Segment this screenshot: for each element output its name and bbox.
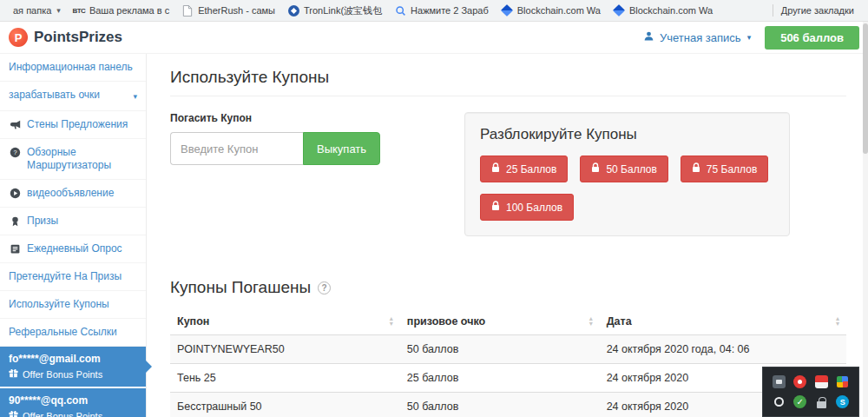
sidebar-item-offer-walls[interactable]: Стены Предложения: [0, 111, 146, 139]
cell-points: 50 баллов: [400, 335, 600, 364]
bookmark-item[interactable]: BTC Ваша реклама в с: [67, 3, 175, 18]
tray-color-grid-icon[interactable]: [836, 375, 849, 388]
redeem-section: Погасить Купон Выкупать Разблокируйте Ку…: [170, 112, 846, 236]
bonus-account-gmail[interactable]: fo*****@gmail.com Offer Bonus Points: [0, 347, 146, 387]
system-tray-popup: ✓ S: [762, 367, 859, 417]
unlock-25-button[interactable]: 25 Баллов: [480, 156, 568, 182]
cell-coupon: POINTYNEWYEAR50: [170, 335, 400, 364]
unlock-75-button[interactable]: 75 Баллов: [681, 156, 768, 182]
app-body: Информационная панель зарабатывать очки …: [0, 54, 868, 417]
other-bookmarks-button[interactable]: Другие закладки: [761, 3, 861, 18]
header-label: Дата: [607, 315, 632, 328]
sidebar-item-dashboard[interactable]: Информационная панель: [0, 54, 146, 82]
unlock-coupons-title: Разблокируйте Купоны: [480, 126, 774, 143]
sidebar-item-claim-prizes[interactable]: Претендуйте На Призы: [0, 263, 146, 291]
tray-record-icon[interactable]: [793, 375, 806, 388]
megaphone-icon: [9, 119, 21, 130]
sidebar-item-label: Реферальные Ссылки: [9, 326, 117, 339]
gift-icon: [9, 368, 18, 381]
chevron-down-icon: ▾: [56, 6, 61, 15]
cell-points: 50 баллов: [400, 393, 600, 417]
table-header-points[interactable]: призовое очко: [400, 308, 600, 335]
blockchain-icon: [613, 4, 625, 17]
sidebar-item-survey-routers[interactable]: ? Обзорные Маршрутизаторы: [0, 139, 146, 180]
table-header-coupon[interactable]: Купон: [170, 308, 400, 335]
redeem-coupon-label: Погасить Купон: [170, 112, 464, 124]
sidebar-item-use-coupons[interactable]: Используйте Купоны: [0, 291, 146, 319]
bookmark-item[interactable]: Blockchain.com Wa: [495, 3, 607, 18]
account-email: 90*****@qq.com: [9, 394, 137, 407]
bookmark-label: Ваша реклама в с: [89, 5, 169, 16]
scrollbar[interactable]: [863, 22, 868, 417]
points-balance-badge[interactable]: 506 баллов: [765, 26, 859, 50]
lock-icon: [591, 162, 600, 175]
sidebar-item-label: Информационная панель: [9, 61, 133, 74]
btc-icon: BTC: [73, 4, 85, 17]
coupons-table: Купон призовое очко Дата POINTYNEWYEAR50…: [170, 308, 846, 417]
sidebar-item-label: видеообъявление: [27, 187, 114, 200]
sort-icon: [589, 316, 593, 327]
table-row: Бесстрашный 50 50 баллов 24 октября 2020: [170, 393, 846, 417]
unlock-button-label: 100 Баллов: [506, 202, 562, 214]
cell-coupon: Бесстрашный 50: [170, 393, 400, 417]
sidebar-item-label: зарабатывать очки: [9, 89, 100, 102]
bookmark-label: EtherRush - самы: [198, 5, 275, 16]
sidebar-item-daily-poll[interactable]: Ежедневный Опрос: [0, 235, 146, 263]
cell-points: 25 баллов: [400, 364, 600, 393]
coupon-input[interactable]: [170, 132, 303, 165]
lock-icon: [692, 162, 700, 175]
unlock-50-button[interactable]: 50 Баллов: [580, 156, 667, 182]
pointsprizes-logo-icon: P: [9, 28, 28, 47]
cell-date: 24 октября 2020 года, 04: 06: [600, 335, 846, 364]
sort-icon: [390, 316, 393, 327]
tray-antivirus-check-icon[interactable]: ✓: [793, 395, 806, 408]
bookmark-item[interactable]: TronLink(波宝钱包: [281, 3, 388, 19]
tray-app-icon[interactable]: [815, 375, 828, 388]
tray-ring-icon[interactable]: [773, 395, 786, 408]
award-icon: [9, 215, 21, 227]
sidebar-item-prizes[interactable]: Призы: [0, 208, 146, 235]
bookmark-item[interactable]: EtherRush - самы: [175, 3, 281, 18]
other-bookmarks-label: Другие закладки: [781, 5, 854, 16]
bonus-account-qq[interactable]: 90*****@qq.com Offer Bonus Points: [0, 388, 146, 417]
page-title: Используйте Купоны: [170, 68, 846, 87]
help-icon[interactable]: ?: [318, 281, 331, 295]
unlock-100-button[interactable]: 100 Баллов: [480, 194, 574, 221]
tray-lock-icon[interactable]: [815, 395, 828, 408]
offer-bonus-label: Offer Bonus Points: [23, 369, 102, 381]
tray-app-window-icon[interactable]: [773, 375, 786, 388]
sidebar-item-label: Используйте Купоны: [9, 298, 109, 311]
header-label: Купон: [177, 315, 209, 328]
unlock-button-label: 25 Баллов: [506, 163, 556, 175]
table-header-date[interactable]: Дата: [600, 308, 846, 335]
tray-messenger-icon[interactable]: S: [836, 395, 849, 408]
account-menu[interactable]: Учетная запись ▾: [643, 30, 751, 44]
offer-bonus-label: Offer Bonus Points: [23, 411, 102, 417]
redeem-button[interactable]: Выкупать: [303, 132, 380, 165]
document-icon: [181, 4, 194, 17]
bookmark-item[interactable]: Нажмите 2 Зараб: [388, 3, 495, 18]
cell-coupon: Тень 25: [170, 364, 400, 393]
sidebar-item-earn-points[interactable]: зарабатывать очки ▾: [0, 82, 146, 111]
bookmark-label: ая папка: [13, 5, 51, 16]
question-circle-icon: ?: [9, 147, 21, 158]
bookmark-folder[interactable]: ая папка ▾: [7, 3, 67, 17]
sidebar-item-label: Стены Предложения: [27, 118, 128, 131]
account-label: Учетная запись: [660, 31, 741, 44]
tronlink-icon: [287, 4, 299, 17]
gift-icon: [9, 410, 18, 417]
sidebar-item-referral-links[interactable]: Реферальные Ссылки: [0, 319, 146, 347]
header-label: призовое очко: [407, 315, 485, 328]
coupon-input-group: Выкупать: [170, 132, 464, 165]
bookmark-label: Нажмите 2 Зараб: [411, 5, 489, 16]
table-row: POINTYNEWYEAR50 50 баллов 24 октября 202…: [170, 335, 846, 364]
person-icon: [643, 30, 654, 44]
scrollbar-thumb[interactable]: [863, 23, 868, 154]
brand-logo-link[interactable]: P PointsPrizes: [9, 28, 122, 47]
app-header: P PointsPrizes Учетная запись ▾ 506 балл…: [0, 22, 868, 54]
sidebar-item-video-ads[interactable]: видеообъявление: [0, 180, 146, 208]
sidebar-item-label: Призы: [27, 215, 58, 228]
bookmark-item[interactable]: Blockchain.com Wa: [607, 3, 719, 18]
search-icon: [394, 4, 406, 17]
table-header-row: Купон призовое очко Дата: [170, 308, 846, 335]
